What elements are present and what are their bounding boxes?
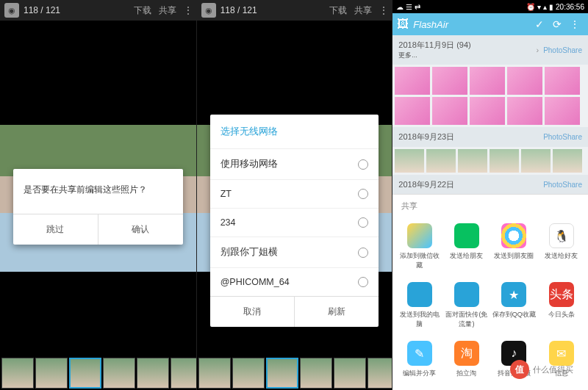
app-label: 拍立淘 [445, 369, 489, 378]
share-app-今日头条[interactable]: 头条今日头条 [538, 276, 585, 335]
app-icon [454, 282, 479, 307]
photo-thumb[interactable] [432, 67, 467, 95]
thumbnail[interactable] [171, 358, 196, 389]
photo-thumb[interactable] [426, 149, 456, 173]
photo-grid [392, 147, 588, 175]
share-app-保存到QQ收藏[interactable]: ★保存到QQ收藏 [490, 276, 537, 335]
cancel-button[interactable]: 取消 [210, 297, 294, 327]
network-option[interactable]: 别跟你丁姐横 [210, 236, 379, 267]
dialog-message: 是否要在共享前编辑这些照片？ [13, 169, 183, 214]
wifi-icon: ▾ [537, 3, 541, 11]
share-app-编辑并分享[interactable]: ✎编辑并分享 [395, 335, 442, 384]
photo-thumb[interactable] [395, 67, 430, 95]
download-button[interactable]: 下载 [329, 4, 347, 17]
photo-grid [392, 65, 588, 127]
photo-thumb[interactable] [507, 67, 542, 95]
photo-thumb[interactable] [507, 97, 542, 125]
network-option[interactable]: 234 [210, 208, 379, 236]
photo-thumb[interactable] [545, 97, 580, 125]
check-button[interactable]: ✓ [531, 18, 548, 30]
share-button[interactable]: 共享 [354, 4, 372, 17]
app-icon: 🐧 [549, 223, 574, 248]
thumbnail[interactable] [35, 358, 68, 389]
more-icon[interactable]: ⋮ [379, 5, 387, 15]
radio-icon [358, 189, 368, 199]
photo-thumb[interactable] [521, 149, 551, 173]
share-app-面对面快传(免流量)[interactable]: 面对面快传(免流量) [443, 276, 490, 335]
share-app-发送到朋友圈[interactable]: 发送到朋友圈 [490, 217, 537, 276]
more-icon[interactable]: ⋮ [566, 18, 584, 30]
photo-thumb[interactable] [432, 97, 467, 125]
skip-button[interactable]: 跳过 [13, 214, 98, 245]
refresh-button[interactable]: ⟳ [548, 18, 566, 30]
status-left-icons: ☁ ☰ ⇄ [396, 3, 524, 11]
share-app-发送给好友[interactable]: 🐧发送给好友 [538, 217, 585, 276]
date-section[interactable]: 2018年9月23日 PhotoShare [392, 127, 588, 147]
thumbnail-selected[interactable] [266, 358, 298, 389]
thumbnail[interactable] [300, 358, 332, 389]
app-label: 编辑并分享 [397, 369, 441, 378]
date-section[interactable]: 2018年9月22日 PhotoShare [392, 175, 588, 195]
battery-icon: ▮ [549, 3, 553, 11]
thumbnail[interactable] [103, 358, 135, 389]
thumbnail[interactable] [198, 358, 231, 389]
watermark-logo: 值 [510, 360, 529, 379]
share-app-拍立淘[interactable]: 淘拍立淘 [443, 335, 490, 384]
thumbnail[interactable] [137, 358, 169, 389]
app-label: 发送到我的电脑 [397, 310, 441, 329]
photo-thumb[interactable] [395, 97, 430, 125]
download-button[interactable]: 下载 [134, 4, 151, 17]
photoshare-link[interactable]: PhotoShare [543, 133, 582, 141]
app-icon: ◉ [4, 3, 19, 18]
app-label: 发送给好友 [539, 251, 584, 261]
photo-counter: 118 / 121 [220, 5, 323, 15]
share-button[interactable]: 共享 [159, 4, 176, 17]
pane-flashair-gallery: ☁ ☰ ⇄ ⏰▾▴▮20:36:56 🖼 FlashAir ✓ ⟳ ⋮ 2018… [392, 0, 588, 390]
confirm-button[interactable]: 确认 [98, 214, 183, 245]
radio-icon [358, 159, 368, 170]
section-more: 更多... [398, 51, 531, 60]
dialog-buttons: 跳过 确认 [13, 214, 183, 245]
thumbnail[interactable] [334, 358, 366, 389]
photo-thumb[interactable] [470, 97, 505, 125]
refresh-button[interactable]: 刷新 [294, 297, 379, 327]
radio-icon [358, 248, 368, 258]
photo-thumb[interactable] [545, 67, 580, 95]
network-option[interactable]: @PHICOMM_64 [210, 267, 379, 296]
photoshare-link[interactable]: PhotoShare [543, 181, 582, 189]
app-icon [454, 223, 479, 248]
gallery-icon: 🖼 [397, 18, 409, 31]
date-section[interactable]: 2018年11月9日 (94)更多... › PhotoShare [392, 35, 588, 65]
status-right: ⏰▾▴▮20:36:56 [524, 3, 584, 11]
network-option[interactable]: ZT [210, 179, 379, 208]
edit-before-share-dialog: 是否要在共享前编辑这些照片？ 跳过 确认 [13, 169, 183, 245]
section-date: 2018年11月9日 (94) [398, 40, 531, 51]
section-date: 2018年9月22日 [398, 179, 543, 190]
header: ◉ 118 / 121 下载 共享 ⋮ [0, 0, 196, 21]
header: ◉ 118 / 121 下载 共享 ⋮ [197, 0, 392, 21]
share-app-发送给朋友[interactable]: 发送给朋友 [443, 217, 490, 276]
thumbnail-selected[interactable] [69, 358, 101, 389]
thumbnail[interactable] [1, 358, 34, 389]
network-option[interactable]: 使用移动网络 [210, 148, 379, 179]
share-app-发送到我的电脑[interactable]: 发送到我的电脑 [395, 276, 442, 335]
thumbnail[interactable] [232, 358, 265, 389]
photo-thumb[interactable] [395, 149, 424, 173]
radio-icon [358, 217, 368, 228]
share-app-添加到微信收藏[interactable]: 添加到微信收藏 [395, 217, 442, 276]
alarm-icon: ⏰ [526, 3, 535, 11]
photo-thumb[interactable] [470, 67, 505, 95]
signal-icon: ▴ [543, 3, 547, 11]
thumbnail[interactable] [368, 358, 392, 389]
photo-thumb[interactable] [553, 149, 582, 173]
photoshare-link[interactable]: PhotoShare [543, 46, 582, 54]
section-date: 2018年9月23日 [398, 131, 543, 142]
app-label: 添加到微信收藏 [397, 251, 441, 270]
photo-counter: 118 / 121 [24, 5, 126, 15]
app-label: 面对面快传(免流量) [445, 310, 489, 329]
photo-thumb[interactable] [458, 149, 487, 173]
app-icon [407, 223, 432, 248]
status-time: 20:36:56 [556, 3, 584, 11]
more-icon[interactable]: ⋮ [184, 5, 192, 15]
photo-thumb[interactable] [490, 149, 519, 173]
